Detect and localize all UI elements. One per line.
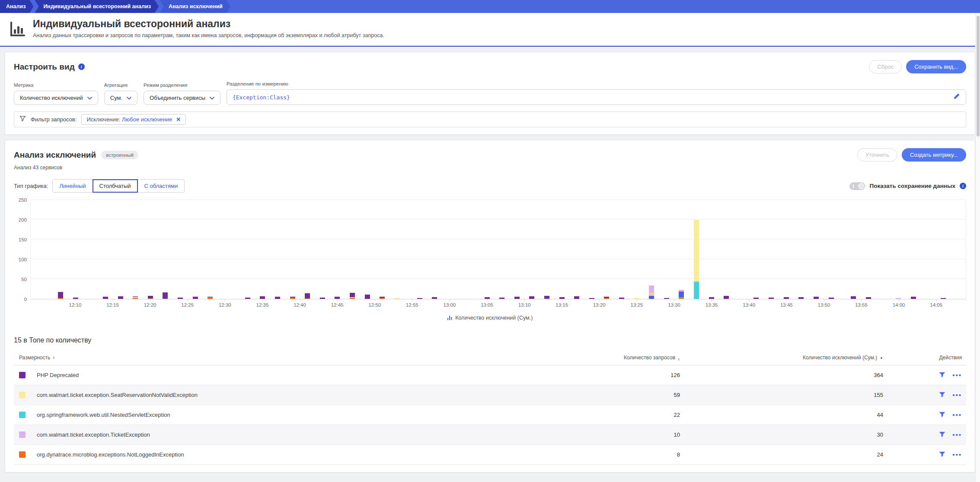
chart-bar[interactable] [941, 298, 946, 299]
chart-bar[interactable] [118, 296, 123, 299]
info-icon[interactable]: i [78, 63, 85, 70]
chart-bar[interactable] [148, 296, 153, 299]
chart-bar[interactable] [694, 220, 699, 299]
create-metric-button[interactable]: Создать метрику... [902, 148, 966, 162]
column-header-requests[interactable]: Количество запросов▲▼ [481, 355, 680, 361]
chart-bar[interactable] [305, 293, 310, 299]
vertical-scrollbar[interactable] [975, 13, 980, 482]
chart-type-line-button[interactable]: Линейный [52, 179, 93, 193]
chart-bar[interactable] [163, 292, 168, 299]
row-more-actions-icon[interactable]: ••• [952, 431, 962, 438]
chart-bar[interactable] [911, 297, 916, 299]
chart-bar[interactable] [829, 298, 834, 299]
table-row[interactable]: PHP Deprecated126364••• [14, 365, 966, 385]
chart-bar[interactable] [529, 296, 534, 299]
row-filter-funnel-icon[interactable] [939, 431, 945, 439]
breadcrumb-item-exception-analysis[interactable]: Анализ исключений [160, 0, 230, 13]
chart-bar[interactable] [866, 297, 871, 299]
row-filter-funnel-icon[interactable] [939, 371, 945, 379]
column-header-dimension[interactable]: Размерность ▲▼ [14, 355, 481, 361]
scrollbar-thumb[interactable] [977, 16, 980, 136]
metric-dropdown[interactable]: Количество исключений [14, 91, 98, 105]
chart-bar[interactable] [589, 298, 594, 299]
x-axis-tick-label: 12:30 [219, 302, 231, 308]
row-filter-funnel-icon[interactable] [939, 391, 945, 399]
table-row[interactable]: org.springframework.web.util.NestedServl… [14, 405, 966, 425]
table-row[interactable]: com.walmart.ticket.exception.SeatReserva… [14, 385, 966, 405]
save-view-button[interactable]: Сохранить вид... [906, 60, 966, 73]
chart-bar[interactable] [559, 297, 565, 299]
legend-label: Количество исключений (Сум.) [455, 315, 533, 321]
chart-bar[interactable] [709, 297, 714, 299]
metric-field: Метрика Количество исключений [14, 82, 98, 105]
split-mode-dropdown[interactable]: Объединить сервисы [144, 91, 220, 105]
chart-bar[interactable] [851, 296, 856, 299]
chart-bar[interactable] [499, 298, 504, 299]
chart-type-bar-button[interactable]: Столбчатый [93, 179, 138, 193]
refine-button[interactable]: Уточнить [857, 148, 897, 162]
x-axis-tick-label: 14:05 [930, 302, 942, 308]
row-filter-funnel-icon[interactable] [939, 451, 945, 459]
data-retention-toggle[interactable] [849, 182, 865, 190]
chart-bar[interactable] [679, 290, 684, 299]
table-row[interactable]: com.walmart.ticket.exception.TicketExcep… [14, 425, 966, 445]
chart-bar[interactable] [260, 296, 265, 299]
chart-bar[interactable] [178, 298, 183, 299]
chart-bar[interactable] [275, 297, 280, 299]
aggregation-dropdown[interactable]: Сум. [104, 91, 137, 105]
exception-filter-chip[interactable]: Исключение: Любое исключение ✕ [81, 114, 186, 125]
dimension-input[interactable]: {Exception:Class} [227, 89, 966, 105]
chart-bar[interactable] [58, 292, 63, 299]
chart-bar[interactable] [814, 297, 819, 299]
chart-bar[interactable] [133, 296, 138, 299]
chart-bar[interactable] [193, 297, 198, 299]
chart-bar[interactable] [320, 298, 325, 299]
chart-bar[interactable] [619, 298, 624, 299]
chart-bar[interactable] [634, 298, 639, 299]
reset-button[interactable]: Сброс [869, 60, 902, 73]
chart-bar[interactable] [417, 298, 422, 299]
chart-bar[interactable] [514, 297, 520, 299]
chart-bar[interactable] [335, 297, 340, 299]
row-more-actions-icon[interactable]: ••• [952, 451, 962, 458]
breadcrumb-item-analysis[interactable]: Анализ [0, 0, 33, 13]
chart-legend[interactable]: Количество исключений (Сум.) [14, 315, 966, 321]
split-mode-field: Режим разделения Объединить сервисы [144, 82, 220, 105]
chart-bar[interactable] [245, 298, 250, 299]
chart-bar[interactable] [724, 296, 729, 299]
chart-bar[interactable] [380, 297, 385, 299]
chart-bar[interactable] [664, 298, 669, 299]
chart-bar[interactable] [485, 297, 490, 299]
chart-bar[interactable] [753, 298, 759, 299]
chart-bar[interactable] [798, 297, 804, 299]
table-row[interactable]: org.dynatrace.microblog.exceptions.NotLo… [14, 445, 966, 465]
edit-pencil-icon[interactable] [953, 93, 960, 101]
chart-bar[interactable] [649, 285, 654, 299]
row-more-actions-icon[interactable]: ••• [952, 371, 962, 379]
chart-bar[interactable] [784, 297, 789, 299]
bar-segment-purple [118, 296, 123, 299]
remove-filter-icon[interactable]: ✕ [176, 116, 181, 123]
row-more-actions-icon[interactable]: ••• [952, 411, 962, 419]
chart-bar[interactable] [432, 297, 437, 299]
chart-bar[interactable] [769, 298, 774, 299]
chart-bar[interactable] [103, 297, 108, 299]
request-filter-bar[interactable]: Фильтр запросов: Исключение: Любое исклю… [14, 111, 966, 127]
chart-bar[interactable] [604, 297, 609, 299]
row-filter-funnel-icon[interactable] [939, 411, 945, 419]
chart-bar[interactable] [395, 298, 400, 299]
chart-bar[interactable] [290, 297, 295, 299]
column-header-exceptions[interactable]: Количество исключений (Сум.)▼ [680, 355, 883, 361]
chart-bar[interactable] [896, 298, 901, 299]
chart-bar[interactable] [207, 297, 213, 299]
chart-bar[interactable] [544, 296, 549, 299]
chart-bar[interactable] [350, 293, 355, 299]
chart-type-area-button[interactable]: С областями [137, 179, 185, 193]
chart-bar[interactable] [574, 296, 579, 299]
y-axis-tick-label: 150 [19, 237, 27, 242]
chart-bar[interactable] [73, 298, 78, 299]
breadcrumb-item-multidimensional-analysis[interactable]: Индивидуальный всесторонний анализ [35, 0, 159, 13]
chart-bar[interactable] [365, 295, 370, 299]
info-icon[interactable]: i [960, 183, 966, 189]
row-more-actions-icon[interactable]: ••• [952, 391, 962, 399]
